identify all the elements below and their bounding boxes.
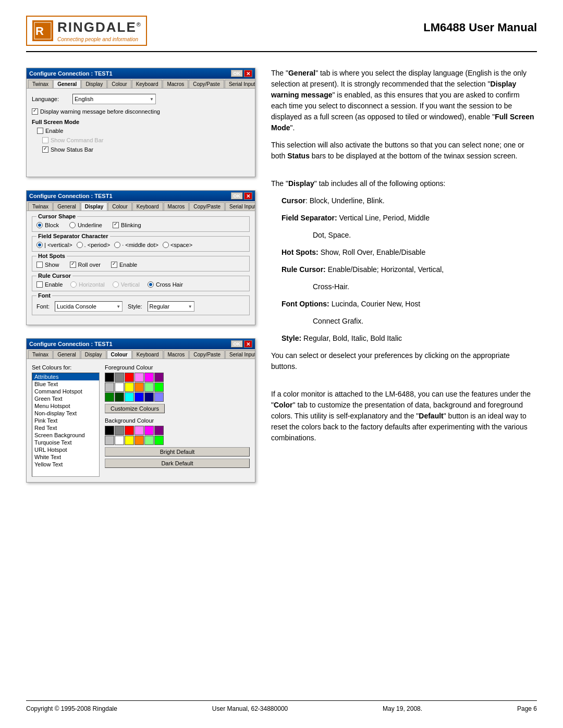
dialog1-ok-btn[interactable]: OK — [231, 70, 243, 77]
tab-keyboard-1[interactable]: Keyboard — [132, 80, 163, 88]
tab-colour-2[interactable]: Colour — [108, 202, 131, 211]
fg-swatch-lightgray[interactable] — [105, 382, 114, 392]
bg-swatch-white[interactable] — [115, 436, 124, 445]
tab-keyboard-3[interactable]: Keyboard — [132, 350, 163, 359]
tab-display-2[interactable]: Display — [81, 202, 108, 211]
fg-swatch-gray[interactable] — [115, 373, 124, 382]
colour-item-redtext[interactable]: Red Text — [32, 424, 99, 431]
bg-swatch-orange[interactable] — [134, 436, 144, 445]
tab-display-1[interactable]: Display — [81, 80, 107, 88]
warning-checkbox[interactable] — [32, 108, 38, 115]
fg-swatch-darkgreen[interactable] — [105, 392, 114, 402]
bg-swatch-yellow[interactable] — [125, 436, 134, 445]
rule-crosshair-radio[interactable] — [148, 281, 154, 288]
fg-swatch-pink[interactable] — [134, 373, 144, 382]
fg-swatch-blue[interactable] — [134, 392, 144, 402]
dialog2-ok-btn[interactable]: OK — [231, 192, 243, 200]
cursor-blinking-check[interactable] — [113, 222, 119, 228]
fg-swatch-red[interactable] — [125, 373, 134, 382]
bg-swatch-gray[interactable] — [115, 426, 124, 435]
fg-swatch-green[interactable] — [154, 382, 164, 392]
fg-swatch-black[interactable] — [105, 373, 114, 382]
enable-checkbox[interactable] — [37, 128, 43, 134]
bg-swatch-black[interactable] — [105, 426, 114, 435]
sep-middledot-radio[interactable] — [114, 242, 120, 248]
tab-colour-1[interactable]: Colour — [107, 80, 131, 88]
fg-swatch-purple[interactable] — [154, 373, 164, 382]
colour-item-pinktext[interactable]: Pink Text — [32, 417, 99, 424]
fg-swatch-lightblue[interactable] — [154, 392, 164, 402]
colour-item-screenbg[interactable]: Screen Background — [32, 431, 99, 439]
bright-default-btn[interactable]: Bright Default — [105, 447, 250, 456]
field-sep-group: Field Separator Character | <vertical> .… — [32, 236, 250, 252]
hot-show-check[interactable] — [36, 262, 43, 268]
tab-copypaste-1[interactable]: Copy/Paste — [189, 80, 224, 88]
cursor-block-radio[interactable] — [36, 222, 43, 228]
colour-item-attributes[interactable]: Attributes — [32, 373, 99, 380]
colour-item-whitetext[interactable]: White Text — [32, 453, 99, 461]
rule-horiz-radio[interactable] — [70, 281, 77, 288]
bg-swatch-red[interactable] — [125, 426, 134, 435]
status-bar-checkbox[interactable] — [42, 146, 48, 153]
sep-space-radio[interactable] — [163, 242, 169, 248]
bg-swatch-magenta[interactable] — [144, 426, 154, 435]
language-select[interactable]: English ▼ — [72, 94, 156, 104]
bg-swatch-purple[interactable] — [154, 426, 164, 435]
style-select[interactable]: Regular ▼ — [148, 301, 194, 312]
colour-item-greentext[interactable]: Green Text — [32, 395, 99, 402]
tab-general-1[interactable]: General — [53, 80, 81, 89]
command-bar-checkbox[interactable] — [42, 137, 48, 143]
tab-macros-1[interactable]: Macros — [163, 80, 188, 88]
dialog1-close-btn[interactable]: ✕ — [244, 70, 252, 77]
tab-general-3[interactable]: General — [53, 350, 80, 359]
fg-swatch-orange[interactable] — [134, 382, 144, 392]
bg-swatch-lightgray[interactable] — [105, 436, 114, 445]
fg-swatch-vdarkgreen[interactable] — [115, 392, 124, 402]
cursor-underline-radio[interactable] — [69, 222, 76, 228]
colour-item-urlhotspot[interactable]: URL Hotspot — [32, 446, 99, 453]
fg-swatch-magenta[interactable] — [144, 373, 154, 382]
colour-item-nondisplaytext[interactable]: Non-display Text — [32, 410, 99, 417]
rule-vert-radio[interactable] — [113, 281, 119, 288]
tab-colour-3[interactable]: Colour — [107, 350, 132, 359]
bg-swatch-lightgreen[interactable] — [144, 436, 154, 445]
tab-general-2[interactable]: General — [53, 202, 80, 211]
colour-item-menuhotspot[interactable]: Menu Hotspot — [32, 402, 99, 410]
hot-enable-check[interactable] — [111, 262, 117, 268]
tab-keyboard-2[interactable]: Keyboard — [132, 202, 163, 211]
font-select[interactable]: Lucida Console ▼ — [55, 301, 123, 312]
tab-twinax-2[interactable]: Twinax — [28, 202, 53, 211]
hot-rollover-check[interactable] — [70, 262, 76, 268]
customize-colours-btn[interactable]: Customize Colours — [105, 404, 165, 413]
dark-default-btn[interactable]: Dark Default — [105, 459, 250, 468]
bg-swatch-green[interactable] — [154, 436, 164, 445]
fg-swatch-white[interactable] — [115, 382, 124, 392]
colour-list[interactable]: Attributes Blue Text Command Hotspot Gre… — [32, 373, 100, 477]
sep-period-radio[interactable] — [77, 242, 83, 248]
colour-item-turquoisetext[interactable]: Turquoise Text — [32, 439, 99, 446]
tab-macros-2[interactable]: Macros — [164, 202, 189, 211]
sep-vertical-radio[interactable] — [36, 242, 43, 248]
fg-swatch-lightgreen[interactable] — [144, 382, 154, 392]
tab-twinax-1[interactable]: Twinax — [28, 80, 53, 88]
tab-copypaste-3[interactable]: Copy/Paste — [189, 350, 225, 359]
colour-item-commandhotspot[interactable]: Command Hotspot — [32, 388, 99, 395]
fg-swatch-cyan[interactable] — [125, 392, 134, 402]
tab-serial-2[interactable]: Serial Input — [225, 202, 255, 211]
tab-serial-1[interactable]: Serial Input — [225, 80, 255, 88]
tab-macros-3[interactable]: Macros — [164, 350, 189, 359]
bg-swatch-pink[interactable] — [134, 426, 144, 435]
tab-copypaste-2[interactable]: Copy/Paste — [189, 202, 225, 211]
fg-swatch-yellow[interactable] — [125, 382, 134, 392]
dialog2-close-btn[interactable]: ✕ — [244, 192, 252, 200]
rule-enable-check[interactable] — [36, 281, 43, 288]
dialog3-close-btn[interactable]: ✕ — [244, 340, 252, 348]
text3-para: If a color monitor is attached to the LM… — [271, 389, 537, 443]
colour-item-yellowtext[interactable]: Yellow Text — [32, 461, 99, 468]
colour-item-bluetext[interactable]: Blue Text — [32, 380, 99, 388]
tab-serial-3[interactable]: Serial Input — [225, 350, 255, 359]
tab-display-3[interactable]: Display — [81, 350, 106, 359]
dialog3-ok-btn[interactable]: OK — [231, 340, 243, 348]
fg-swatch-darkblue[interactable] — [144, 392, 154, 402]
tab-twinax-3[interactable]: Twinax — [28, 350, 53, 359]
